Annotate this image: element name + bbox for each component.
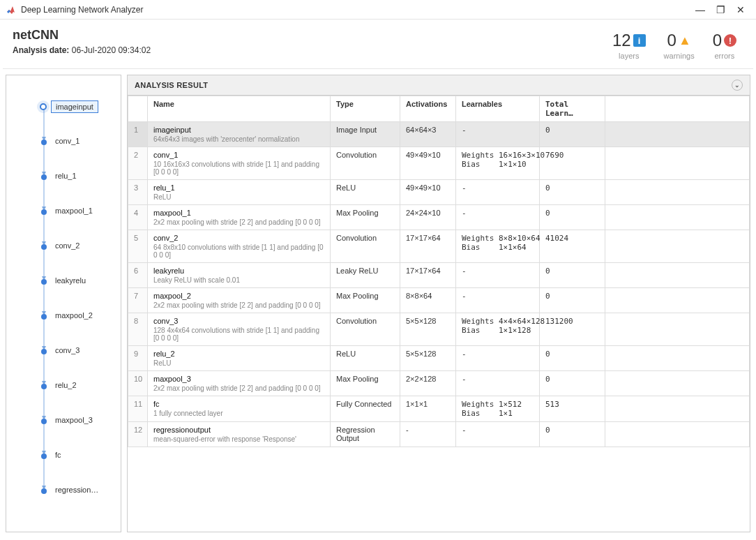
- node-label[interactable]: relu_1: [51, 170, 81, 181]
- graph-node-relu_1[interactable]: relu_1: [34, 166, 121, 201]
- cell-name: regressionoutputmean-squared-error with …: [148, 422, 331, 447]
- node-label[interactable]: conv_1: [51, 135, 84, 147]
- maximize-button[interactable]: ❐: [716, 4, 725, 15]
- table-row[interactable]: 2conv_110 16x16x3 convolutions with stri…: [128, 147, 750, 180]
- cell-name: relu_2ReLU: [148, 346, 331, 371]
- cell-type: Fully Connected: [331, 396, 400, 422]
- stat-warnings-label: warnings: [664, 52, 695, 60]
- layer-desc: ReLU: [153, 359, 324, 367]
- cell-type: Convolution: [331, 147, 400, 180]
- cell-activations: 49×49×10: [400, 147, 456, 180]
- network-graph-panel[interactable]: imageinputconv_1relu_1maxpool_1conv_2lea…: [6, 75, 121, 532]
- table-row[interactable]: 1imageinput64x64x3 images with 'zerocent…: [128, 122, 750, 147]
- cell-name: fc1 fully connected layer: [148, 396, 331, 422]
- column-header[interactable]: Activations: [400, 96, 456, 122]
- graph-node-regression…[interactable]: regression…: [34, 480, 121, 515]
- table-row[interactable]: 5conv_264 8x8x10 convolutions with strid…: [128, 230, 750, 263]
- node-dot-icon: [41, 244, 47, 250]
- node-label[interactable]: fc: [51, 449, 66, 460]
- graph-node-conv_1[interactable]: conv_1: [34, 131, 121, 166]
- info-icon: i: [633, 34, 646, 47]
- cell-type: Max Pooling: [331, 288, 400, 313]
- cell-total: 0: [540, 346, 605, 371]
- node-dot-icon: [41, 384, 47, 389]
- stat-layers-label: layers: [612, 52, 646, 60]
- column-header[interactable]: [128, 96, 148, 122]
- graph-node-maxpool_1[interactable]: maxpool_1: [34, 201, 121, 236]
- cell-total: 0: [540, 371, 605, 396]
- table-row[interactable]: 8conv_3128 4x4x64 convolutions with stri…: [128, 313, 750, 346]
- table-row[interactable]: 7maxpool_22x2 max pooling with stride [2…: [128, 288, 750, 313]
- layer-desc: 2x2 max pooling with stride [2 2] and pa…: [153, 218, 324, 226]
- graph-node-relu_2[interactable]: relu_2: [34, 375, 121, 410]
- layer-desc: 128 4x4x64 convolutions with stride [1 1…: [153, 327, 324, 342]
- cell-spare: [605, 230, 750, 263]
- layer-desc: 64x64x3 images with 'zerocenter' normali…: [153, 135, 324, 143]
- table-row[interactable]: 11fc1 fully connected layerFully Connect…: [128, 396, 750, 422]
- cell-spare: [605, 422, 750, 447]
- node-dot-icon: [41, 453, 47, 459]
- node-dot-icon: [40, 103, 47, 110]
- table-row[interactable]: 10maxpool_32x2 max pooling with stride […: [128, 371, 750, 396]
- node-label[interactable]: relu_2: [51, 380, 81, 391]
- node-label[interactable]: imageinput: [51, 100, 98, 113]
- graph-node-leakyrelu[interactable]: leakyrelu: [34, 271, 121, 306]
- results-table-wrap[interactable]: NameTypeActivationsLearnablesTotal Learn…: [128, 96, 750, 532]
- cell-spare: [605, 180, 750, 205]
- graph-node-fc[interactable]: fc: [34, 445, 121, 480]
- node-label[interactable]: maxpool_1: [51, 205, 97, 216]
- column-header[interactable]: Type: [331, 96, 400, 122]
- column-header[interactable]: Learnables: [456, 96, 540, 122]
- minimize-button[interactable]: —: [695, 4, 705, 15]
- cell-name: conv_264 8x8x10 convolutions with stride…: [148, 230, 331, 263]
- cell-learnables: -: [456, 205, 540, 230]
- cell-type: Regression Output: [331, 422, 400, 447]
- cell-type: ReLU: [331, 180, 400, 205]
- cell-spare: [605, 371, 750, 396]
- node-label[interactable]: leakyrelu: [51, 275, 90, 286]
- graph-node-imageinput[interactable]: imageinput: [34, 96, 121, 131]
- node-label[interactable]: conv_3: [51, 345, 84, 356]
- table-row[interactable]: 3relu_1ReLUReLU49×49×10-0: [128, 180, 750, 205]
- table-row[interactable]: 4maxpool_12x2 max pooling with stride [2…: [128, 205, 750, 230]
- expand-icon[interactable]: ⌄: [732, 80, 743, 91]
- stat-errors-value: 0: [713, 31, 722, 50]
- close-button[interactable]: ✕: [736, 4, 745, 15]
- column-header[interactable]: Name: [148, 96, 331, 122]
- cell-name: maxpool_22x2 max pooling with stride [2 …: [148, 288, 331, 313]
- graph-node-maxpool_3[interactable]: maxpool_3: [34, 410, 121, 445]
- cell-total: 7690: [540, 147, 605, 180]
- cell-type: Convolution: [331, 313, 400, 346]
- header: netCNN Analysis date: 06-Jul-2020 09:34:…: [0, 20, 756, 68]
- row-index: 12: [128, 422, 148, 447]
- cell-name: maxpool_12x2 max pooling with stride [2 …: [148, 205, 331, 230]
- titlebar: Deep Learning Network Analyzer — ❐ ✕: [0, 0, 756, 20]
- node-label[interactable]: regression…: [51, 484, 103, 495]
- node-label[interactable]: conv_2: [51, 240, 84, 251]
- content: imageinputconv_1relu_1maxpool_1conv_2lea…: [0, 69, 756, 538]
- cell-total: 0: [540, 205, 605, 230]
- analysis-date: Analysis date: 06-Jul-2020 09:34:02: [13, 45, 612, 55]
- node-label[interactable]: maxpool_2: [51, 310, 97, 321]
- layer-name: imageinput: [153, 126, 324, 134]
- table-row[interactable]: 12regressionoutputmean-squared-error wit…: [128, 422, 750, 447]
- cell-activations: 8×8×64: [400, 288, 456, 313]
- graph-node-conv_2[interactable]: conv_2: [34, 236, 121, 271]
- cell-activations: 17×17×64: [400, 263, 456, 288]
- graph-node-conv_3[interactable]: conv_3: [34, 340, 121, 375]
- column-header[interactable]: Total Learn…: [540, 96, 605, 122]
- cell-total: 131200: [540, 313, 605, 346]
- cell-spare: [605, 147, 750, 180]
- cell-spare: [605, 263, 750, 288]
- network-name: netCNN: [13, 28, 612, 43]
- table-row[interactable]: 9relu_2ReLUReLU5×5×128-0: [128, 346, 750, 371]
- cell-total: 41024: [540, 230, 605, 263]
- node-dot-icon: [41, 140, 47, 145]
- cell-learnables: -: [456, 371, 540, 396]
- node-label[interactable]: maxpool_3: [51, 414, 97, 426]
- cell-type: Max Pooling: [331, 205, 400, 230]
- node-dot-icon: [41, 349, 47, 354]
- table-row[interactable]: 6leakyreluLeaky ReLU with scale 0.01Leak…: [128, 263, 750, 288]
- graph-node-maxpool_2[interactable]: maxpool_2: [34, 306, 121, 340]
- stat-errors-label: errors: [713, 52, 736, 60]
